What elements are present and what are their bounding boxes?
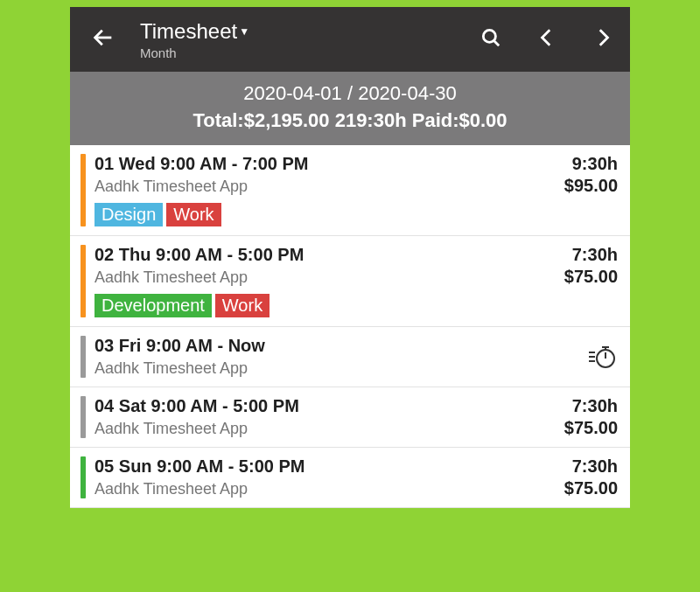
next-button[interactable] — [592, 26, 614, 52]
entry-row[interactable]: 04 Sat 9:00 AM - 5:00 PMAadhk Timesheet … — [70, 387, 630, 448]
entry-stripe — [80, 396, 86, 438]
title-subtitle: Month — [140, 45, 480, 60]
entry-duration: 9:30h — [572, 154, 618, 174]
chevron-left-icon — [536, 26, 558, 49]
entry-tag[interactable]: Development — [94, 294, 212, 317]
entry-meta: 02 Thu 9:00 AM - 5:00 PMAadhk Timesheet … — [94, 245, 522, 317]
entry-time-line: 02 Thu 9:00 AM - 5:00 PM — [94, 245, 522, 265]
entry-row[interactable]: 01 Wed 9:00 AM - 7:00 PMAadhk Timesheet … — [70, 145, 630, 236]
entry-right: 7:30h$75.00 — [530, 245, 618, 317]
entry-duration: 7:30h — [572, 456, 618, 477]
title-dropdown[interactable]: Timesheet ▼ Month — [140, 19, 480, 60]
entry-tags: DevelopmentWork — [94, 294, 522, 317]
entry-amount: $75.00 — [564, 267, 618, 287]
entry-right: 9:30h$95.00 — [530, 154, 618, 226]
entry-time-line: 03 Fri 9:00 AM - Now — [94, 336, 522, 356]
entry-stripe — [80, 245, 86, 317]
svg-line-2 — [494, 40, 499, 45]
entry-right — [530, 336, 618, 378]
summary-totals: Total:$2,195.00 219:30h Paid:$0.00 — [75, 108, 625, 135]
entry-list: 01 Wed 9:00 AM - 7:00 PMAadhk Timesheet … — [70, 145, 630, 508]
entry-meta: 04 Sat 9:00 AM - 5:00 PMAadhk Timesheet … — [94, 396, 522, 438]
entry-project: Aadhk Timesheet App — [94, 178, 522, 196]
arrow-left-icon — [91, 25, 116, 50]
entry-row[interactable]: 05 Sun 9:00 AM - 5:00 PMAadhk Timesheet … — [70, 448, 630, 508]
entry-time-line: 04 Sat 9:00 AM - 5:00 PM — [94, 396, 522, 416]
entry-amount: $75.00 — [564, 418, 618, 438]
running-timer-icon — [586, 336, 618, 378]
entry-meta: 01 Wed 9:00 AM - 7:00 PMAadhk Timesheet … — [94, 154, 522, 226]
entry-row[interactable]: 03 Fri 9:00 AM - NowAadhk Timesheet App — [70, 327, 630, 387]
svg-point-1 — [483, 30, 495, 42]
entry-stripe — [80, 456, 86, 498]
entry-stripe — [80, 336, 86, 378]
entry-tag[interactable]: Design — [94, 203, 163, 226]
entry-amount: $95.00 — [564, 176, 618, 196]
entry-tags: DesignWork — [94, 203, 522, 226]
entry-time-line: 05 Sun 9:00 AM - 5:00 PM — [94, 456, 522, 477]
entry-duration: 7:30h — [572, 396, 618, 416]
title-text: Timesheet — [140, 19, 237, 44]
search-icon — [480, 26, 502, 49]
entry-right: 7:30h$75.00 — [530, 396, 618, 438]
topbar: Timesheet ▼ Month — [70, 7, 630, 72]
entry-meta: 05 Sun 9:00 AM - 5:00 PMAadhk Timesheet … — [94, 456, 522, 498]
summary-bar: 2020-04-01 / 2020-04-30 Total:$2,195.00 … — [70, 72, 630, 145]
entry-project: Aadhk Timesheet App — [94, 359, 522, 378]
entry-stripe — [80, 154, 86, 226]
dropdown-caret-icon: ▼ — [239, 25, 249, 38]
entry-meta: 03 Fri 9:00 AM - NowAadhk Timesheet App — [94, 336, 522, 378]
search-button[interactable] — [480, 26, 502, 52]
chevron-right-icon — [592, 26, 614, 49]
entry-project: Aadhk Timesheet App — [94, 420, 522, 438]
entry-tag[interactable]: Work — [215, 294, 270, 317]
entry-project: Aadhk Timesheet App — [94, 268, 522, 287]
entry-project: Aadhk Timesheet App — [94, 480, 522, 498]
entry-duration: 7:30h — [572, 245, 618, 265]
entry-time-line: 01 Wed 9:00 AM - 7:00 PM — [94, 154, 522, 174]
entry-row[interactable]: 02 Thu 9:00 AM - 5:00 PMAadhk Timesheet … — [70, 236, 630, 327]
back-button[interactable] — [91, 25, 116, 53]
entry-amount: $75.00 — [564, 478, 618, 498]
app-frame: Timesheet ▼ Month — [70, 7, 630, 508]
prev-button[interactable] — [536, 26, 558, 52]
summary-range: 2020-04-01 / 2020-04-30 — [75, 80, 625, 108]
entry-right: 7:30h$75.00 — [530, 456, 618, 498]
entry-tag[interactable]: Work — [166, 203, 220, 226]
